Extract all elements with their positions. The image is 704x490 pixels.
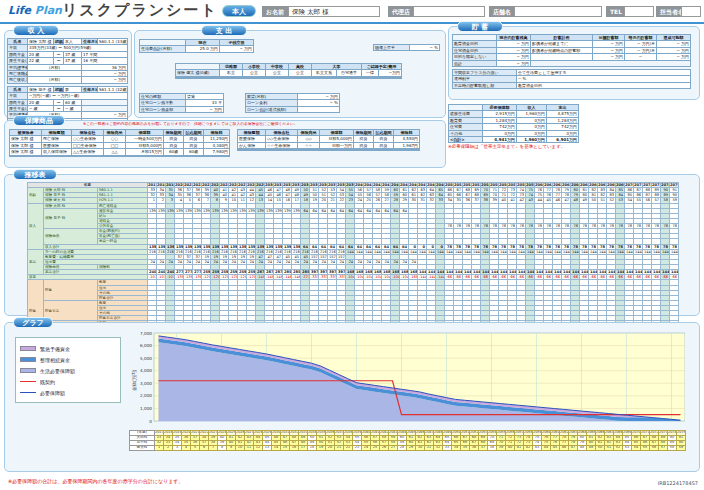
agency-field[interactable] bbox=[413, 6, 485, 17]
transition-year: 2057 bbox=[508, 183, 517, 188]
products-right-value[interactable] bbox=[394, 150, 420, 151]
income-person1-value[interactable]: − 万円 bbox=[82, 77, 128, 83]
education-plan-value[interactable] bbox=[379, 77, 402, 78]
transition-year: 2071 bbox=[634, 183, 643, 188]
axis-value: 46 bbox=[560, 446, 569, 451]
tel-label: TEL bbox=[606, 6, 626, 17]
axis-value: 3 bbox=[173, 446, 182, 451]
svg-text:7,000: 7,000 bbox=[140, 331, 152, 336]
transition-year: 2050 bbox=[445, 183, 454, 188]
living-cost-value[interactable]: 25.0 万円 bbox=[186, 46, 220, 52]
education-plan-value[interactable] bbox=[362, 77, 379, 78]
transition-cell: -168 bbox=[409, 275, 418, 280]
transition-label: 貯蓄 bbox=[44, 280, 98, 301]
education-plan-value[interactable] bbox=[243, 77, 266, 78]
education-plan-value[interactable] bbox=[289, 77, 312, 78]
transition-cell: 144 bbox=[472, 270, 481, 275]
transition-cell: 144 bbox=[526, 270, 535, 275]
education-plan-value[interactable] bbox=[337, 77, 362, 78]
transition-cell: 139 bbox=[283, 208, 292, 213]
axis-value: 2073 bbox=[659, 431, 668, 436]
axis-value: 33 bbox=[443, 446, 452, 451]
coverage-summary-value: 1,960万円 bbox=[517, 136, 547, 142]
income-person2-value[interactable]: S61.1.1 (32歳) bbox=[98, 86, 128, 92]
axis-value: 2044 bbox=[398, 431, 407, 436]
transition-cell: 144 bbox=[445, 270, 454, 275]
education-plan-value[interactable] bbox=[312, 77, 337, 78]
transition-cell: 139 bbox=[166, 244, 175, 249]
name-field[interactable]: 保険 太郎 様 bbox=[288, 6, 380, 17]
education-plan-value[interactable] bbox=[266, 77, 289, 78]
transition-cell: 144 bbox=[499, 270, 508, 275]
transition-year: 2017 bbox=[148, 183, 157, 188]
axis-value: 2058 bbox=[524, 431, 533, 436]
transition-cell: 144 bbox=[436, 249, 445, 254]
products-right-value[interactable] bbox=[298, 150, 320, 151]
housing-type-label: 住宅ローン残金額 bbox=[140, 106, 186, 112]
income-person1-value[interactable]: 保険 太郎 様 bbox=[28, 39, 54, 45]
living-cost-value[interactable]: − 万円 bbox=[220, 46, 254, 52]
transition-year: 2031 bbox=[274, 183, 283, 188]
savings-plan-value[interactable]: − 万円 bbox=[497, 60, 531, 66]
transition-cell: 139 bbox=[184, 208, 193, 213]
transition-cell: 144 bbox=[400, 249, 409, 254]
transition-year: 2048 bbox=[427, 183, 436, 188]
transition-year: 2033 bbox=[292, 183, 301, 188]
transition-year: 2045 bbox=[400, 183, 409, 188]
axis-value: 2055 bbox=[497, 431, 506, 436]
tel-field[interactable] bbox=[624, 6, 654, 17]
transition-cell: 139 bbox=[283, 244, 292, 249]
transition-cell: 168 bbox=[346, 270, 355, 275]
transition-year: 2054 bbox=[481, 183, 490, 188]
transition-year: 2026 bbox=[229, 183, 238, 188]
axis-value: 2069 bbox=[623, 431, 632, 436]
products-left-value[interactable] bbox=[10, 155, 42, 156]
axis-value: 11 bbox=[245, 446, 254, 451]
transition-year: 2052 bbox=[463, 183, 472, 188]
products-right-value[interactable] bbox=[354, 150, 374, 151]
transition-cell: 144 bbox=[607, 249, 616, 254]
axis-value: 22 bbox=[344, 446, 353, 451]
products-right-value[interactable] bbox=[320, 150, 354, 151]
transition-cell: -144 bbox=[427, 275, 436, 280]
products-left-value[interactable] bbox=[72, 155, 104, 156]
products-right-value[interactable] bbox=[374, 150, 394, 151]
products-left-value[interactable] bbox=[204, 155, 230, 156]
inflation-rate-value[interactable]: − % bbox=[410, 45, 440, 51]
products-right: 保険種類保険会社保険商品保障額保険期間払込期間保険料医療保険◇◇生命保険◇◇日額… bbox=[237, 129, 420, 151]
income-person2-value[interactable]: 保険 花子 様 bbox=[28, 86, 54, 92]
housing-type-value[interactable]: − 万円 bbox=[186, 106, 224, 112]
income-person2-label: 続柄 bbox=[54, 86, 64, 92]
axis-value: 2053 bbox=[479, 431, 488, 436]
income-person1-label: 死亡後収入 bbox=[8, 77, 28, 83]
products-left-value[interactable] bbox=[104, 155, 126, 156]
transition-cell: 216 bbox=[265, 249, 274, 254]
transition-cell: 144 bbox=[571, 270, 580, 275]
transition-cell: 259 bbox=[211, 270, 220, 275]
products-right-value[interactable] bbox=[238, 150, 266, 151]
svg-text:1,000: 1,000 bbox=[140, 406, 152, 411]
products-right-value[interactable] bbox=[266, 150, 298, 151]
housing-loan-value[interactable] bbox=[298, 106, 340, 112]
savings-options-value[interactable]: 教育資金目的 bbox=[517, 82, 691, 88]
transition-cell: 285 bbox=[283, 270, 292, 275]
transition-cell: 144 bbox=[589, 270, 598, 275]
transition-cell: 139 bbox=[265, 244, 274, 249]
products-left-value[interactable] bbox=[184, 155, 204, 156]
staff-field[interactable] bbox=[681, 6, 701, 17]
income-person1-value[interactable]: S60.1.1 (33歳) bbox=[98, 39, 128, 45]
education-plan-value[interactable] bbox=[220, 77, 243, 78]
products-left-value[interactable] bbox=[42, 155, 72, 156]
transition-year: 2053 bbox=[472, 183, 481, 188]
savings-plan-label: 現在の貯蓄残高 bbox=[497, 35, 531, 41]
axis-value: 38 bbox=[488, 446, 497, 451]
person-type-badge[interactable]: 本人 bbox=[222, 5, 256, 17]
transition-cell: 216 bbox=[337, 249, 346, 254]
transition-cell: 144 bbox=[373, 249, 382, 254]
risk-plan-sheet: Life Plan リスクプランシート 本人 お名前 保険 太郎 様 代理店 店… bbox=[0, 0, 704, 490]
products-left-value[interactable] bbox=[164, 155, 184, 156]
products-left-value[interactable] bbox=[126, 155, 164, 156]
svg-text:2,000: 2,000 bbox=[140, 393, 152, 398]
shop-field[interactable] bbox=[514, 6, 602, 17]
axis-value: 2060 bbox=[542, 431, 551, 436]
